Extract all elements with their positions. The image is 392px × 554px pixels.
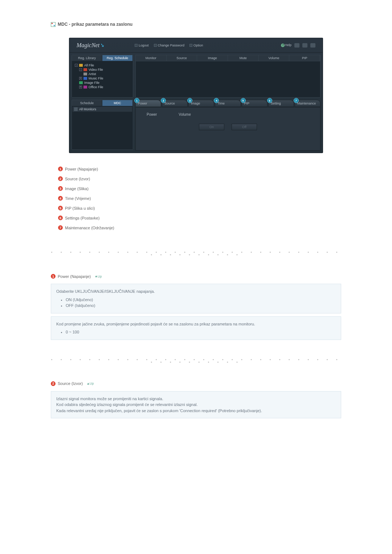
logout-icon [135, 44, 138, 47]
info-line: Kod odabira sljedećeg izlaznog signala p… [56, 402, 336, 408]
tree-image[interactable]: Image File [75, 81, 130, 85]
tab-time[interactable]: 4Time [215, 100, 241, 107]
badge-5: 5 [241, 98, 246, 103]
logout-link[interactable]: Logout [135, 44, 149, 47]
label-power: Power [147, 112, 157, 116]
col-source: Source [167, 55, 197, 61]
logo-swoosh-icon: ➘ [99, 42, 104, 48]
file-tree: -All File -Video File Artist +Music File… [72, 61, 133, 97]
section-head-power: 1 Power (Napajanje) Up [51, 274, 341, 279]
app-header: MagicNet➘ Logout Change Password Option … [69, 38, 323, 53]
on-button[interactable]: On [199, 124, 224, 130]
legend-item: 1Power (Napajanje) [58, 164, 341, 174]
info-line: Kada relevantni uređaj nije priključen, … [56, 408, 336, 414]
all-monitors-row[interactable]: All Monitors [73, 107, 132, 112]
label-volume: Volume [179, 112, 191, 116]
control-panel: Power Volume On Off [135, 107, 320, 151]
music-folder-icon [83, 77, 87, 80]
tab-reg-schedule[interactable]: Reg. Schedule [102, 55, 133, 61]
red-badge-2: 2 [58, 176, 63, 181]
tree-music[interactable]: +Music File [75, 76, 130, 81]
header-right: ?Help [281, 43, 315, 48]
control-tabs: 1Power 2Source 3Image 4Time 5PIP 6Settin… [135, 100, 320, 107]
col-volume: Volume [259, 55, 290, 61]
tab-maintenance[interactable]: 7Maintenance [295, 100, 320, 107]
up-link[interactable]: Up [95, 275, 102, 278]
red-badge-6: 6 [58, 216, 63, 220]
tab-setting[interactable]: 6Setting [268, 100, 294, 107]
app-title-icon [51, 22, 56, 27]
tab-schedule[interactable]: Schedule [72, 100, 102, 106]
info-line: Izlazni signal monitora može se promijen… [56, 396, 336, 402]
legend-item: 7Maintenanace (Održavanje) [58, 223, 341, 233]
change-password-link[interactable]: Change Password [154, 44, 185, 47]
up-link[interactable]: Up [87, 382, 94, 385]
page-title-text: MDC - prikaz parametara na zaslonu [58, 22, 132, 27]
video-folder-icon [83, 68, 87, 71]
tab-pip[interactable]: 5PIP [242, 100, 268, 107]
help-link[interactable]: ?Help [281, 43, 291, 47]
badge-1: 1 [134, 98, 139, 103]
legend-item: 6Settings (Postavke) [58, 213, 341, 223]
header-links: Logout Change Password Option [135, 44, 281, 47]
section-title: Source (Izvor) [58, 381, 83, 386]
badge-6: 6 [267, 98, 272, 103]
red-badge-7: 7 [58, 225, 63, 230]
tree-office[interactable]: +Office File [75, 85, 130, 89]
monitor-grid-header: Monitor Source Image Mute Volume PIP [135, 55, 320, 61]
folder-icon [83, 73, 87, 75]
info-box-source: Izlazni signal monitora može se promijen… [51, 391, 341, 419]
expand-icon[interactable]: + [79, 86, 82, 89]
divider: ● ● ● ● ● ● ● ● ● ● ● ● ● ● ● ● ● ● ● ● … [51, 251, 341, 256]
tab-image[interactable]: 3Image [188, 100, 214, 107]
help-icon: ? [281, 44, 285, 47]
section-title: Power (Napajanje) [58, 274, 91, 279]
tree-root[interactable]: -All File [75, 63, 130, 67]
divider: ● ● ● ● ● ● ● ● ● ● ● ● ● ● ● ● ● ● ● ● … [51, 358, 341, 363]
image-folder-icon [79, 81, 83, 84]
option-link[interactable]: Option [189, 44, 203, 47]
section-head-source: 2 Source (Izvor) Up [51, 381, 341, 386]
close-icon[interactable] [310, 43, 315, 48]
tab-source[interactable]: 2Source [162, 100, 188, 107]
off-button[interactable]: Off [232, 124, 257, 130]
tab-power[interactable]: 1Power [135, 100, 161, 107]
collapse-icon[interactable]: - [75, 64, 78, 67]
up-arrow-icon [95, 275, 97, 277]
legend-item: 3Image (Slika) [58, 184, 341, 193]
tab-mdc[interactable]: MDC [102, 100, 133, 106]
red-badge-1: 1 [51, 274, 56, 279]
info-text: Odaberite UKLJUČIVANJE/ISKLJUČIVANJE nap… [56, 288, 336, 295]
password-icon [154, 44, 157, 47]
folder-icon [79, 64, 83, 67]
checkbox-icon[interactable] [74, 107, 78, 111]
tree-artist[interactable]: Artist [75, 72, 130, 76]
list-item: 0 ~ 100 [66, 329, 336, 335]
expand-icon[interactable]: + [79, 77, 82, 80]
red-badge-2: 2 [51, 381, 56, 386]
red-badge-1: 1 [58, 167, 63, 171]
list-item: ON (Uključeno) [66, 297, 336, 303]
tree-video[interactable]: -Video File [75, 67, 130, 72]
info-box-power-1: Odaberite UKLJUČIVANJE/ISKLJUČIVANJE nap… [51, 284, 341, 313]
col-mute: Mute [228, 55, 259, 61]
red-badge-4: 4 [58, 196, 63, 201]
up-arrow-icon [87, 383, 89, 385]
tab-reg-library[interactable]: Reg. Library [72, 55, 102, 61]
info-box-power-2: Kod promjene jačine zvuka, promijenjene … [51, 316, 341, 340]
library-panel: Reg. Library Reg. Schedule -All File -Vi… [72, 55, 133, 98]
app-logo: MagicNet➘ [77, 42, 135, 49]
maximize-icon[interactable] [302, 43, 307, 48]
col-pip: PIP [289, 55, 320, 61]
col-image: Image [197, 55, 228, 61]
badge-7: 7 [294, 98, 299, 103]
option-icon [189, 44, 192, 47]
monitor-grid-body [135, 61, 320, 98]
collapse-icon[interactable]: - [79, 68, 82, 71]
minimize-icon[interactable] [294, 43, 299, 48]
office-folder-icon [83, 86, 87, 89]
page-title: MDC - prikaz parametara na zaslonu [51, 22, 341, 27]
list-item: OFF (Isključeno) [66, 303, 336, 309]
info-text: Kod promjene jačine zvuka, promijenjene … [56, 321, 336, 327]
schedule-panel: Schedule MDC All Monitors [72, 100, 133, 150]
